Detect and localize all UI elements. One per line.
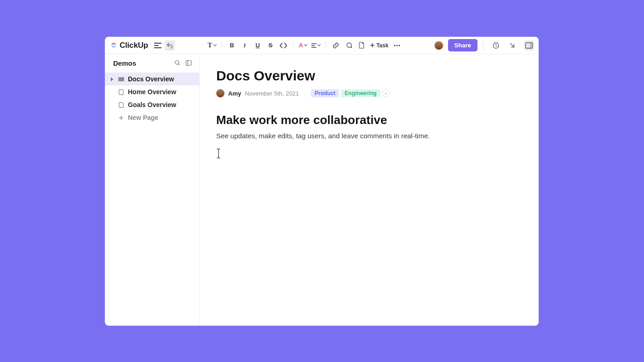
text-cursor-icon: [216, 148, 220, 159]
undo-button[interactable]: [165, 40, 175, 51]
tag-product[interactable]: Product: [311, 89, 339, 97]
sidebar-item-docs-overview[interactable]: Docs Overview: [105, 73, 199, 85]
separator: [326, 41, 326, 50]
task-button[interactable]: Task: [370, 42, 388, 49]
svg-point-1: [396, 45, 397, 46]
svg-rect-8: [118, 77, 124, 81]
sidebar-item-label: New Page: [128, 114, 158, 121]
sidebar-item-label: Goals Overview: [128, 101, 176, 108]
tag-list: Product Engineering +: [311, 89, 390, 97]
user-avatar[interactable]: [434, 41, 443, 50]
doc-filled-icon: [118, 76, 124, 82]
sidebar-item-label: Home Overview: [128, 88, 176, 96]
more-button[interactable]: [392, 40, 402, 51]
app-window: ClickUp T B I U S A: [105, 37, 539, 326]
link-button[interactable]: [331, 40, 340, 51]
italic-button[interactable]: I: [240, 40, 249, 51]
align-button[interactable]: [311, 40, 321, 51]
menu-icon[interactable]: [153, 40, 163, 51]
search-icon[interactable]: [173, 59, 182, 67]
svg-point-6: [175, 61, 179, 64]
svg-rect-7: [186, 61, 191, 66]
separator: [222, 41, 222, 50]
format-toolbar: T B I U S A: [175, 40, 434, 51]
download-button[interactable]: [507, 40, 518, 51]
comment-button[interactable]: [344, 40, 353, 51]
sidebar-header: Demos: [105, 54, 199, 70]
sidebar: Demos Docs Overview: [105, 54, 200, 326]
code-button[interactable]: [279, 40, 288, 51]
separator: [483, 40, 483, 51]
brand-logo[interactable]: ClickUp: [109, 41, 148, 50]
topbar: ClickUp T B I U S A: [105, 37, 539, 54]
plus-icon: [370, 43, 375, 48]
toggle-panel-button[interactable]: [524, 40, 534, 51]
document-area[interactable]: Docs Overview Amy November 5th, 2021 Pro…: [200, 54, 539, 326]
sidebar-title: Demos: [113, 59, 171, 67]
text-style-button[interactable]: T: [207, 40, 217, 51]
tag-engineering[interactable]: Engineering: [341, 89, 380, 97]
chevron-right-icon: [109, 77, 114, 81]
chevron-down-icon: [213, 44, 217, 47]
page-title: Docs Overview: [216, 68, 518, 84]
text-color-button[interactable]: A: [299, 40, 308, 51]
page-button[interactable]: [357, 40, 366, 51]
bold-button[interactable]: B: [227, 40, 236, 51]
new-page-button[interactable]: New Page: [105, 111, 199, 124]
doc-body-text: See updates, make edits, tag users, and …: [216, 132, 518, 140]
svg-rect-5: [529, 43, 532, 48]
doc-meta: Amy November 5th, 2021 Product Engineeri…: [216, 89, 518, 97]
plus-icon: [118, 114, 124, 121]
doc-heading: Make work more collaborative: [216, 113, 518, 127]
doc-icon: [118, 89, 124, 95]
add-tag-button[interactable]: +: [382, 90, 390, 97]
clickup-logo-icon: [109, 41, 118, 50]
underline-button[interactable]: U: [253, 40, 262, 51]
page-list: Docs Overview Home Overview Goals Overvi…: [105, 70, 199, 124]
sidebar-item-goals-overview[interactable]: Goals Overview: [105, 98, 199, 111]
history-button[interactable]: [491, 40, 501, 51]
doc-date: November 5th, 2021: [245, 90, 299, 97]
sidebar-item-label: Docs Overview: [128, 75, 174, 83]
author-avatar[interactable]: [216, 89, 224, 97]
sidebar-item-home-overview[interactable]: Home Overview: [105, 85, 199, 98]
svg-point-2: [398, 45, 400, 46]
chevron-down-icon: [304, 44, 308, 47]
share-button[interactable]: Share: [448, 39, 477, 51]
chevron-down-icon: [317, 44, 321, 47]
separator: [293, 41, 293, 50]
collapse-sidebar-icon[interactable]: [184, 59, 193, 67]
strike-button[interactable]: S: [266, 40, 275, 51]
author-name: Amy: [228, 90, 241, 97]
doc-icon: [118, 102, 124, 108]
body: Demos Docs Overview: [105, 54, 539, 326]
brand-name: ClickUp: [120, 41, 148, 50]
topbar-right: Share: [434, 39, 534, 51]
svg-point-0: [394, 45, 395, 46]
